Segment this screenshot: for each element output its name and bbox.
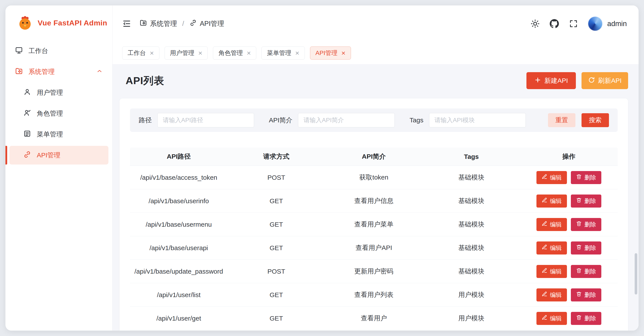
cell-tags: 基础模块 xyxy=(422,220,520,229)
link-icon xyxy=(190,19,197,28)
sidebar-menu: 工作台 系统管理 用户管理 xyxy=(6,40,112,168)
tab-label: 工作台 xyxy=(128,49,146,57)
pencil-icon xyxy=(542,244,547,251)
tab-label: 用户管理 xyxy=(170,49,194,57)
cell-api-path: /api/v1/user/list xyxy=(130,291,228,299)
close-icon[interactable]: × xyxy=(247,50,251,56)
delete-label: 删除 xyxy=(584,315,596,322)
delete-button[interactable]: 删除 xyxy=(571,171,601,184)
edit-button[interactable]: 编辑 xyxy=(536,288,567,302)
cell-summary: 查看用户菜单 xyxy=(325,220,422,229)
tab[interactable]: 菜单管理 × xyxy=(262,46,305,60)
cell-summary: 查看用户列表 xyxy=(325,290,422,299)
cell-api-path: /api/v1/base/update_password xyxy=(130,268,228,275)
cell-summary: 查看用户信息 xyxy=(325,196,422,205)
theme-sun-icon[interactable] xyxy=(530,19,540,28)
scrollbar-thumb[interactable] xyxy=(635,253,637,295)
delete-button[interactable]: 删除 xyxy=(571,312,601,325)
delete-button[interactable]: 删除 xyxy=(571,288,601,302)
sidebar-item-api[interactable]: API管理 xyxy=(9,146,108,165)
tab[interactable]: 用户管理 × xyxy=(164,46,208,60)
summary-filter-input[interactable] xyxy=(298,113,395,127)
sidebar-submenu-system: 用户管理 角色管理 菜单管理 xyxy=(9,83,108,165)
table-row: /api/v1/base/access_token POST 获取token 基… xyxy=(130,166,618,189)
close-icon[interactable]: × xyxy=(342,50,346,56)
delete-button[interactable]: 删除 xyxy=(571,241,601,255)
top-header: 系统管理 / API管理 xyxy=(112,5,638,42)
tab[interactable]: 角色管理 × xyxy=(213,46,256,60)
column-header-path: API路径 xyxy=(130,152,228,161)
reset-button[interactable]: 重置 xyxy=(548,113,576,127)
fullscreen-icon[interactable] xyxy=(569,19,578,28)
app-logo[interactable]: Vue FastAPI Admin xyxy=(6,5,112,40)
edit-label: 编辑 xyxy=(550,221,562,228)
edit-label: 编辑 xyxy=(550,291,562,299)
table-row: /api/v1/user/get GET 查看用户 用户模块 编辑 xyxy=(130,307,618,330)
cell-tags: 用户模块 xyxy=(422,290,520,299)
trash-icon xyxy=(576,221,582,228)
close-icon[interactable]: × xyxy=(150,50,154,56)
delete-button[interactable]: 删除 xyxy=(571,218,601,231)
path-filter-input[interactable] xyxy=(158,113,254,127)
collapse-sidebar-icon[interactable] xyxy=(122,19,131,28)
cell-summary: 查看用户API xyxy=(325,243,422,252)
tab[interactable]: API管理 × xyxy=(310,46,351,60)
breadcrumb-api[interactable]: API管理 xyxy=(190,19,224,28)
create-api-button[interactable]: 新建API xyxy=(526,72,576,89)
edit-button[interactable]: 编辑 xyxy=(536,241,567,255)
edit-button[interactable]: 编辑 xyxy=(536,265,567,278)
api-table-card: 路径 API简介 Tags 重置 搜索 API路径 请求方式 API简介 T xyxy=(120,98,628,331)
tab[interactable]: 工作台 × xyxy=(122,46,159,60)
sidebar-item-label: 菜单管理 xyxy=(37,130,63,139)
edit-button[interactable]: 编辑 xyxy=(536,194,567,207)
tab-label: 菜单管理 xyxy=(267,49,291,57)
username: admin xyxy=(607,19,627,28)
sidebar-item-label: 角色管理 xyxy=(37,109,63,118)
cell-method: GET xyxy=(228,244,325,252)
close-icon[interactable]: × xyxy=(198,50,202,56)
cell-api-path: /api/v1/base/access_token xyxy=(130,174,228,181)
refresh-api-button[interactable]: 刷新API xyxy=(582,72,628,89)
sidebar-item-menus[interactable]: 菜单管理 xyxy=(9,125,108,144)
table-row: /api/v1/base/userinfo GET 查看用户信息 基础模块 编辑 xyxy=(130,189,618,213)
list-icon xyxy=(23,130,31,139)
edit-label: 编辑 xyxy=(550,315,562,322)
github-icon[interactable] xyxy=(550,19,559,28)
cell-method: GET xyxy=(228,221,325,228)
cell-summary: 获取token xyxy=(325,173,422,182)
edit-button[interactable]: 编辑 xyxy=(536,218,567,231)
pencil-icon xyxy=(542,197,547,204)
delete-button[interactable]: 删除 xyxy=(571,265,601,278)
cell-tags: 基础模块 xyxy=(422,196,520,205)
refresh-api-label: 刷新API xyxy=(598,76,622,85)
breadcrumb-system[interactable]: 系统管理 xyxy=(140,19,177,28)
close-icon[interactable]: × xyxy=(295,50,299,56)
sidebar-item-users[interactable]: 用户管理 xyxy=(9,83,108,102)
edit-label: 编辑 xyxy=(550,174,562,181)
sidebar-item-system[interactable]: 系统管理 xyxy=(9,62,108,81)
cell-tags: 基础模块 xyxy=(422,173,520,182)
edit-label: 编辑 xyxy=(550,197,562,205)
trash-icon xyxy=(576,291,582,298)
pencil-icon xyxy=(542,315,547,322)
cell-method: GET xyxy=(228,197,325,205)
tags-filter-input[interactable] xyxy=(429,113,526,127)
delete-label: 删除 xyxy=(584,244,596,252)
trash-icon xyxy=(576,197,582,204)
tab-label: 角色管理 xyxy=(218,49,243,57)
search-button[interactable]: 搜索 xyxy=(582,113,609,127)
sidebar-item-label: 用户管理 xyxy=(37,88,63,97)
sidebar-item-workbench[interactable]: 工作台 xyxy=(9,41,108,60)
table-row: /api/v1/user/list GET 查看用户列表 用户模块 编辑 xyxy=(130,283,618,307)
delete-button[interactable]: 删除 xyxy=(571,194,601,207)
table-header-row: API路径 请求方式 API简介 Tags 操作 xyxy=(130,148,618,166)
delete-label: 删除 xyxy=(584,268,596,275)
pencil-icon xyxy=(542,268,547,275)
sidebar-item-roles[interactable]: 角色管理 xyxy=(9,104,108,123)
cell-method: GET xyxy=(228,315,325,322)
edit-button[interactable]: 编辑 xyxy=(536,312,567,325)
edit-button[interactable]: 编辑 xyxy=(536,171,567,184)
user-menu[interactable]: admin xyxy=(588,16,627,31)
breadcrumb-label: 系统管理 xyxy=(150,19,177,28)
column-header-actions: 操作 xyxy=(520,152,618,161)
